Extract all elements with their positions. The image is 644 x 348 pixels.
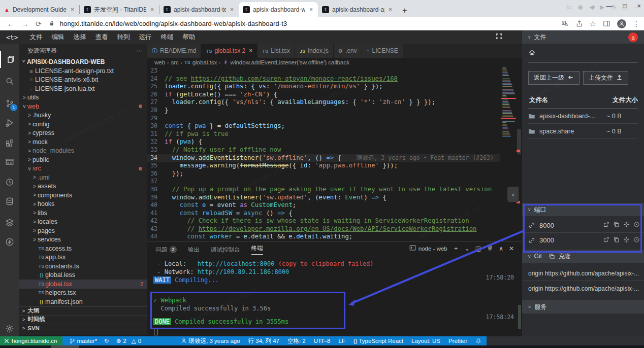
tree-folder-web[interactable]: vweb	[19, 102, 147, 111]
menu-item-文件[interactable]: 文件	[25, 33, 47, 42]
tree-file-LICENSE-ant-design-pro.txt[interactable]: ≡LICENSE-ant-design-pro.txt	[19, 66, 147, 76]
terminal-dropdown-icon[interactable]: ⌄	[465, 245, 470, 252]
home-icon[interactable]	[528, 49, 638, 58]
editor-tab-global.tsx[interactable]: TSglobal.tsx 2×	[201, 44, 257, 58]
section-header-services[interactable]: >服务	[522, 300, 644, 314]
editor-action-icon-3[interactable]: ▶	[600, 4, 604, 11]
tree-folder-utils[interactable]: >utils	[19, 93, 147, 102]
editor-action-icon-2[interactable]: ◀	[589, 4, 594, 11]
tree-folder-locales[interactable]: >locales	[19, 218, 147, 227]
sidebar-section-时间线[interactable]: >时间线	[19, 315, 147, 324]
new-tab-button[interactable]: +	[402, 6, 407, 15]
explorer-root-folder[interactable]: v APISIX-DASHBOARD-WEB	[19, 57, 147, 66]
tab-close-icon[interactable]: ×	[149, 6, 155, 13]
section-header-files[interactable]: v文件a	[522, 30, 644, 44]
panel-tab-终端[interactable]: 终端	[251, 245, 263, 255]
editor-action-icon-6[interactable]: ⋯	[634, 4, 640, 11]
sidebar-toggle-icon[interactable]	[603, 20, 610, 27]
terminal-output[interactable]: - Local: http://localhost:8000 (copy to …	[153, 260, 514, 326]
port-row-8000[interactable]: 8000	[522, 218, 644, 233]
tree-file-manifest.json[interactable]: {}manifest.json	[19, 297, 147, 306]
git-remote-row[interactable]: origin https://github.com/apache/apisix-…	[522, 281, 644, 296]
editor-tab-LICENSE[interactable]: ≡LICENSE	[362, 44, 403, 58]
editor-action-icon-4[interactable]: ◷	[610, 4, 616, 11]
tree-folder-mock[interactable]: >mock	[19, 137, 147, 147]
panel-tab-问题[interactable]: 问题2	[155, 245, 177, 255]
problems-indicator[interactable]: ⊗2 △0	[116, 337, 141, 344]
activity-icon-source-control[interactable]: 1	[0, 95, 19, 112]
status-item[interactable]: UTF-8	[314, 338, 331, 344]
status-item[interactable]: Prettier	[448, 338, 467, 344]
copy-address-icon[interactable]	[613, 221, 620, 229]
panel-expand-button[interactable]: ›	[507, 187, 519, 202]
split-terminal-icon[interactable]: ◫	[475, 245, 481, 252]
status-item[interactable]: {} TypeScript React	[353, 338, 403, 344]
git-remote-row[interactable]: origin https://github.com/apache/apisix-…	[522, 266, 644, 281]
tree-file-global.tsx[interactable]: TSglobal.tsx2	[19, 280, 147, 289]
share-icon[interactable]	[575, 20, 583, 27]
profile-avatar[interactable]	[617, 19, 626, 28]
tab-close-icon[interactable]: ×	[388, 6, 393, 13]
go-up-button[interactable]: 返回上一级	[528, 71, 579, 85]
breadcrumb-part[interactable]: web	[154, 59, 165, 65]
port-row-3000[interactable]: 3000	[522, 233, 644, 248]
browser-tab[interactable]: tapisix-dashboard-api - TitanID×	[318, 2, 397, 17]
maximize-panel-icon[interactable]: ∧	[499, 245, 503, 252]
activity-icon-layers[interactable]	[0, 214, 19, 231]
breadcrumb-file[interactable]: global.tsx	[192, 59, 217, 65]
activity-icon-search[interactable]	[0, 73, 19, 90]
breadcrumb[interactable]: web›src›TSglobal.tsx›window.addEventList…	[147, 58, 522, 67]
menu-item-编辑[interactable]: 编辑	[47, 33, 69, 42]
status-person[interactable]: 琚致远, 3 years ago	[181, 337, 240, 345]
fullscreen-icon[interactable]	[496, 32, 502, 42]
section-header-git[interactable]: vGit克隆	[522, 250, 644, 263]
activity-icon-extensions[interactable]	[0, 134, 19, 152]
activity-icon-settings[interactable]	[0, 320, 19, 337]
menu-item-查看[interactable]: 查看	[90, 33, 112, 42]
editor-action-icon-0[interactable]: ⇆	[566, 4, 571, 11]
tree-file-LICENSE-json.lua.txt[interactable]: ≡LICENSE-json.lua.txt	[19, 84, 147, 93]
menu-item-转到[interactable]: 转到	[112, 33, 134, 42]
editor-tab-.env[interactable]: ⚙.env	[334, 44, 362, 58]
status-item[interactable]: 空格: 2	[287, 337, 306, 345]
back-icon[interactable]: ←	[7, 20, 14, 28]
menu-item-运行[interactable]: 运行	[134, 33, 156, 42]
status-item[interactable]: LF	[338, 338, 345, 344]
editor-tab-List.tsx[interactable]: TSList.tsx	[257, 44, 295, 58]
activity-icon-run-debug[interactable]	[0, 114, 19, 131]
tree-file-global.less[interactable]: {}global.less	[19, 271, 147, 280]
tree-folder-components[interactable]: >components	[19, 191, 147, 200]
activity-icon-timeline[interactable]	[0, 173, 19, 191]
close-port-icon[interactable]	[633, 236, 640, 245]
sidebar-section-大纲[interactable]: >大纲	[19, 306, 147, 315]
forward-icon[interactable]: →	[21, 20, 28, 28]
upload-file-button[interactable]: 上传文件	[583, 71, 628, 85]
translate-icon[interactable]	[561, 20, 569, 27]
tree-folder-.umi[interactable]: >.umi	[19, 173, 147, 182]
explorer-more-icon[interactable]: ⋯	[137, 47, 143, 55]
browser-tab[interactable]: tapisix-dashboard-web - TitanI×	[239, 2, 318, 17]
open-port-icon[interactable]	[603, 221, 609, 229]
status-bell[interactable]	[475, 338, 481, 344]
star-icon[interactable]: ☆	[590, 19, 596, 28]
tab-close-icon[interactable]: ×	[249, 47, 252, 54]
port-settings-icon[interactable]	[623, 221, 630, 229]
file-row[interactable]: apisix-dashboard-...~ 0 B	[528, 109, 638, 124]
tree-folder-hooks[interactable]: >hooks	[19, 200, 147, 209]
browser-address-bar[interactable]: ← → ⟳ hongxi.titanide.cn/ide/web/coding/…	[0, 17, 644, 30]
file-row[interactable]: space.share~ 0 B	[528, 124, 638, 139]
browser-tab[interactable]: tapisix-dashboard-test - TitanID×	[159, 2, 239, 17]
status-item[interactable]: Layout: US	[411, 338, 440, 344]
clone-label[interactable]: 克隆	[559, 252, 571, 261]
tree-folder-services[interactable]: >services	[19, 235, 147, 245]
tree-folder-pages[interactable]: >pages	[19, 226, 147, 235]
reload-icon[interactable]: ⟳	[36, 20, 42, 28]
tab-close-icon[interactable]: ×	[70, 6, 75, 13]
tree-folder-cypress[interactable]: >cypress	[19, 129, 147, 138]
remote-indicator[interactable]: hongxi.titanide.cn	[0, 336, 62, 345]
panel-tab-输出[interactable]: 输出	[188, 245, 200, 255]
editor-tab-README.md[interactable]: ⓘREADME.md	[147, 44, 201, 58]
editor-action-icon-5[interactable]: ◫	[622, 4, 628, 11]
user-badge[interactable]: a	[628, 32, 638, 42]
browser-tab[interactable]: ▲Development Guide | Apache×	[0, 2, 79, 17]
